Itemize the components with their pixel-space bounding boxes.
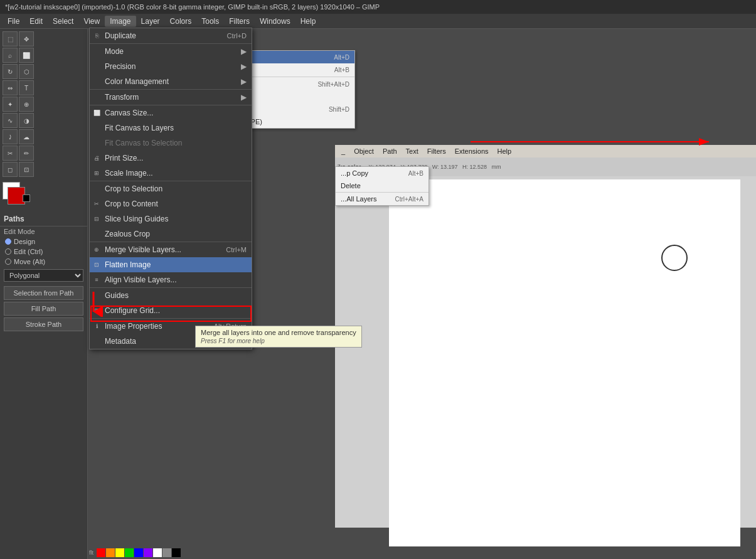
image-menu-section-2: Transform ▶ xyxy=(90,90,252,105)
radio-move[interactable]: Move (Alt) xyxy=(0,257,87,267)
color-purple[interactable] xyxy=(144,548,152,557)
menu-scale-image[interactable]: ⊞ Scale Image... xyxy=(90,166,252,181)
menu-zealous-crop[interactable]: Zealous Crop xyxy=(90,226,252,242)
tool-paths[interactable]: ⤸ xyxy=(3,129,18,144)
menu-configure-grid[interactable]: ⊞ Configure Grid... xyxy=(90,303,252,318)
menu-print-size-label: Print Size... xyxy=(105,154,143,162)
menu-edit[interactable]: Edit xyxy=(24,16,48,27)
menu-color-mgmt[interactable]: Color Management ▶ xyxy=(90,74,252,89)
tooltip-line2: Press F1 for more help xyxy=(201,338,356,344)
menu-align-visible[interactable]: ≡ Align Visible Layers... xyxy=(90,272,252,287)
menu-crop-to-content[interactable]: ✂ Crop to Content xyxy=(90,196,252,211)
color-black[interactable] xyxy=(172,548,181,557)
color-gray[interactable] xyxy=(162,548,171,557)
crop-content-icon: ✂ xyxy=(92,200,101,208)
menu-precision[interactable]: Precision ▶ xyxy=(90,59,252,74)
menu-zealous-crop-label: Zealous Crop xyxy=(105,230,150,238)
ink-menu-filters[interactable]: Filters xyxy=(423,147,450,156)
menu-guides[interactable]: Guides xyxy=(90,288,252,303)
menu-tools[interactable]: Tools xyxy=(196,16,224,27)
red-indicator-arrow xyxy=(84,292,103,319)
radio-design[interactable]: Design xyxy=(0,237,87,247)
menu-windows[interactable]: Windows xyxy=(255,16,295,27)
tool-dodge[interactable]: ◑ xyxy=(19,113,34,128)
ctx-unlink-short: Shift+Alt+D xyxy=(317,81,349,88)
tool-heal[interactable]: ✦ xyxy=(3,97,18,112)
ink-menu-object[interactable]: Object xyxy=(350,147,378,156)
ctx-copy-label: ...p Copy xyxy=(341,169,368,177)
precision-arrow-icon: ▶ xyxy=(241,62,247,71)
menu-select[interactable]: Select xyxy=(48,16,78,27)
tool-zoom[interactable]: ⌕ xyxy=(3,48,18,63)
menu-image[interactable]: Image xyxy=(105,16,136,27)
menu-file[interactable]: File xyxy=(3,16,24,27)
colorbar-label: flt xyxy=(89,550,93,556)
tool-eraser[interactable]: ◻ xyxy=(3,162,18,177)
slice-icon: ⊟ xyxy=(92,215,101,223)
tool-select[interactable]: ⬚ xyxy=(3,31,18,46)
menu-flatten-image[interactable]: ⊡ Flatten Image xyxy=(90,257,252,272)
color-swatches[interactable] xyxy=(3,182,34,207)
tool-pencil[interactable]: ✏ xyxy=(19,146,34,161)
menu-fit-canvas-layers[interactable]: Fit Canvas to Layers xyxy=(90,120,252,136)
ctx-delete-row[interactable]: Delete xyxy=(336,179,429,192)
ctx-copy-row[interactable]: ...p Copy Alt+B xyxy=(336,167,429,179)
stroke-path-btn[interactable]: Stroke Path xyxy=(4,317,83,331)
tooltip-line1: Merge all layers into one and remove tra… xyxy=(201,329,356,336)
menu-mode[interactable]: Mode ▶ xyxy=(90,44,252,59)
tool-clone[interactable]: ⊕ xyxy=(19,97,34,112)
menu-print-size[interactable]: 🖨 Print Size... xyxy=(90,151,252,166)
radio-edit[interactable]: Edit (Ctrl) xyxy=(0,247,87,257)
menu-help[interactable]: Help xyxy=(295,16,321,27)
tool-flip[interactable]: ⇔ xyxy=(3,80,18,95)
flatten-tooltip: Merge all layers into one and remove tra… xyxy=(195,326,362,348)
tool-move[interactable]: ✥ xyxy=(19,31,34,46)
polygonal-select[interactable]: Polygonal Freehand xyxy=(4,269,83,282)
ink-menu-text[interactable]: Text xyxy=(402,147,422,156)
down-arrow-svg xyxy=(84,292,103,317)
menu-transform[interactable]: Transform ▶ xyxy=(90,90,252,105)
tool-smudge[interactable]: ∿ xyxy=(3,113,18,128)
menu-crop-content-label: Crop to Content xyxy=(105,200,158,208)
menu-slice-guides[interactable]: ⊟ Slice Using Guides xyxy=(90,211,252,226)
ink-menu-blank[interactable]: _ xyxy=(338,147,349,156)
paths-label: Paths xyxy=(0,212,87,226)
menu-crop-to-selection[interactable]: Crop to Selection xyxy=(90,181,252,196)
menu-view[interactable]: View xyxy=(78,16,105,27)
radio-design-label: Design xyxy=(14,238,35,245)
menu-colors[interactable]: Colors xyxy=(165,16,197,27)
tool-text[interactable]: T xyxy=(19,80,34,95)
ctx-all-row[interactable]: ...All Layers Ctrl+Alt+A xyxy=(336,193,429,205)
image-menu-dropdown: ⎘ Duplicate Ctrl+D Mode ▶ Precision ▶ Co… xyxy=(89,28,252,349)
color-red[interactable] xyxy=(97,548,105,557)
menu-layer[interactable]: Layer xyxy=(136,16,165,27)
tool-rotate[interactable]: ↻ xyxy=(3,64,18,79)
tool-perspective[interactable]: ⬡ xyxy=(19,64,34,79)
menu-transform-label: Transform xyxy=(105,93,139,102)
inkscape-canvas xyxy=(389,179,740,556)
color-white[interactable] xyxy=(153,548,162,557)
ctx-select-orig-short: Shift+D xyxy=(329,106,349,113)
menu-filters[interactable]: Filters xyxy=(224,16,255,27)
menu-duplicate[interactable]: ⎘ Duplicate Ctrl+D xyxy=(90,28,252,43)
color-yellow[interactable] xyxy=(115,548,124,557)
selection-from-path-btn[interactable]: Selection from Path xyxy=(4,286,83,300)
tool-crop[interactable]: ⬜ xyxy=(19,48,34,63)
paths-section: Paths Edit Mode Design Edit (Ctrl) Move … xyxy=(0,212,87,331)
tool-fill[interactable]: ⊡ xyxy=(19,162,34,177)
menu-duplicate-shortcut: Ctrl+D xyxy=(227,32,247,40)
tool-fuzzy[interactable]: ☁ xyxy=(19,129,34,144)
tool-grid: ⬚ ✥ ⌕ ⬜ ↻ ⬡ ⇔ T ✦ ⊕ ∿ ◑ ⤸ ☁ ✂ ✏ ◻ ⊡ xyxy=(0,29,87,179)
ink-menu-path[interactable]: Path xyxy=(379,147,401,156)
color-blue[interactable] xyxy=(134,548,143,557)
menu-merge-visible[interactable]: ⊕ Merge Visible Layers... Ctrl+M xyxy=(90,242,252,257)
menu-canvas-size[interactable]: ⬜ Canvas Size... xyxy=(90,105,252,120)
image-menu-section-0: ⎘ Duplicate Ctrl+D xyxy=(90,28,252,44)
radio-move-label: Move (Alt) xyxy=(14,258,45,265)
ctx-create-tiled-short: Alt+B xyxy=(334,67,349,73)
color-green[interactable] xyxy=(125,548,134,557)
tool-scissors[interactable]: ✂ xyxy=(3,146,18,161)
fill-path-btn[interactable]: Fill Path xyxy=(4,302,83,316)
menu-duplicate-label: Duplicate xyxy=(105,31,136,40)
color-orange[interactable] xyxy=(106,548,115,557)
